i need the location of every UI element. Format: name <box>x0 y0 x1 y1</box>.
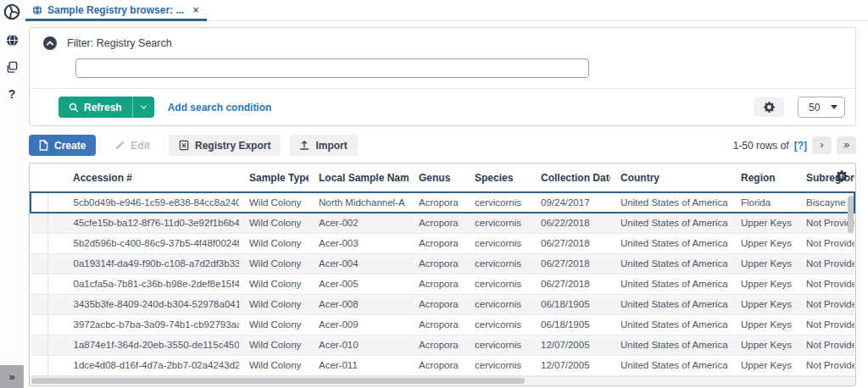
table-toolbar: Create Edit Registry Export <box>29 135 856 156</box>
registry-export-button[interactable]: Registry Export <box>169 135 281 156</box>
document-icon <box>39 140 48 151</box>
page-size-value: 50 <box>809 102 820 114</box>
pencil-icon <box>114 141 125 151</box>
column-header-collection-date[interactable]: Collection Date <box>531 164 610 192</box>
filter-panel: Filter: Registry Search Refresh <box>29 27 856 126</box>
column-header-accession[interactable]: Accession # <box>47 164 239 192</box>
add-search-condition-link[interactable]: Add search condition <box>168 102 272 114</box>
help-glyph: ? <box>8 87 16 101</box>
total-count-link[interactable]: [?] <box>794 140 807 152</box>
create-button[interactable]: Create <box>29 135 96 156</box>
cell-species: cervicornis <box>465 355 531 375</box>
cell-collection-date: 06/18/1905 <box>531 314 610 335</box>
cell-local-sample-name: Acer-011 <box>309 355 409 375</box>
cell-species: cervicornis <box>465 192 531 213</box>
create-label: Create <box>54 140 86 152</box>
column-settings-gear-icon[interactable] <box>836 170 848 182</box>
page-size-select[interactable]: 50 <box>798 97 845 118</box>
row-selector-cell <box>31 213 47 233</box>
cell-collection-date: 06/22/2018 <box>531 213 610 233</box>
table-row[interactable]: 0a19314f-da49-f90b-c108-a7d2df3b3305 Wil… <box>31 253 854 274</box>
table-row[interactable]: 5b2d596b-c400-86c9-37b5-4f48f0024f77 Wil… <box>31 233 854 253</box>
cell-sample-type: Wild Colony <box>239 233 309 253</box>
cell-country: United States of America <box>610 314 731 335</box>
row-selector-cell <box>31 233 47 253</box>
tab-close-icon[interactable]: × <box>192 4 198 16</box>
cell-region: Florida <box>731 192 796 213</box>
cell-accession: 45cfe15b-ba12-8f76-11d0-3e92f1b6b43f <box>47 213 239 233</box>
cell-accession: 1a874e1f-364d-20eb-3550-de115c45069c <box>47 335 239 355</box>
table-row[interactable]: 3435b3fe-8409-240d-b304-52978a041d6a Wil… <box>31 294 854 314</box>
expand-glyph: » <box>8 370 14 383</box>
registry-search-input[interactable] <box>75 58 589 78</box>
table-row[interactable]: 0a1cfa5a-7b81-c36b-b98e-2def8e15f437 Wil… <box>31 274 854 294</box>
cell-subregion: Not Provided <box>796 314 854 335</box>
search-icon <box>69 103 79 113</box>
cell-local-sample-name: North Midchannel-A <box>309 192 409 213</box>
cell-local-sample-name: Acer-005 <box>309 274 409 294</box>
edit-button[interactable]: Edit <box>104 135 160 156</box>
import-label: Import <box>315 140 347 152</box>
cell-genus: Acropora <box>409 335 465 355</box>
column-header-genus[interactable]: Genus <box>409 164 465 192</box>
column-header-species[interactable]: Species <box>465 164 531 192</box>
table-row[interactable]: 3972acbc-b7ba-3a09-74b1-cb92793aa8f8 Wil… <box>31 314 854 335</box>
column-header-region[interactable]: Region <box>731 164 796 192</box>
cell-subregion: Not Provided <box>796 274 854 294</box>
selector-column-header <box>31 164 47 192</box>
copy-icon[interactable] <box>4 59 19 75</box>
import-button[interactable]: Import <box>289 135 357 156</box>
column-header-local-sample-name[interactable]: Local Sample Name <box>309 164 409 192</box>
table-row[interactable]: 5cb0d49b-e946-1c59-e838-84cc8a240d71 Wil… <box>31 192 854 213</box>
filter-settings-button[interactable] <box>754 97 784 117</box>
edit-label: Edit <box>131 140 150 152</box>
table-row[interactable]: 1dce4d08-d16f-4d7a-2bb7-02a4243d21b3 Wil… <box>31 355 854 375</box>
rows-count-text: 1-50 rows of <box>733 140 789 152</box>
table-header-row: Accession # Sample Type Local Sample Nam… <box>31 164 854 192</box>
collapse-filter-icon[interactable] <box>43 36 57 50</box>
help-icon[interactable]: ? <box>4 86 19 102</box>
cell-accession: 5b2d596b-c400-86c9-37b5-4f48f0024f77 <box>47 233 239 253</box>
cell-region: Upper Keys <box>731 213 796 233</box>
cell-region: Upper Keys <box>731 355 796 375</box>
table-row[interactable]: 1a874e1f-364d-20eb-3550-de115c45069c Wil… <box>31 335 854 355</box>
tab-globe-icon <box>32 5 42 15</box>
horizontal-scrollbar-thumb[interactable] <box>31 378 525 384</box>
column-header-sample-type[interactable]: Sample Type <box>239 164 309 192</box>
cell-genus: Acropora <box>409 233 465 253</box>
globe-icon[interactable] <box>4 32 19 47</box>
sidebar-expand-button[interactable]: » <box>0 365 24 388</box>
cell-country: United States of America <box>610 233 731 253</box>
cell-species: cervicornis <box>465 213 531 233</box>
column-header-country[interactable]: Country <box>610 164 731 192</box>
tab-strip: Sample Registry browser: ... × <box>24 0 868 21</box>
cell-subregion: Not Provided <box>796 233 854 253</box>
vertical-scrollbar[interactable] <box>848 196 854 233</box>
chevron-down-icon <box>831 105 837 109</box>
cell-region: Upper Keys <box>731 294 796 314</box>
upload-icon <box>299 140 309 151</box>
cell-collection-date: 06/18/1905 <box>531 294 610 314</box>
tab-sample-registry-browser[interactable]: Sample Registry browser: ... × <box>25 0 207 20</box>
refresh-button[interactable]: Refresh <box>58 97 154 118</box>
pagination: 1-50 rows of [?] › » <box>733 136 856 154</box>
cell-species: cervicornis <box>465 294 531 314</box>
cell-local-sample-name: Acer-008 <box>309 294 409 314</box>
horizontal-scrollbar-track[interactable] <box>30 376 855 385</box>
cell-sample-type: Wild Colony <box>239 335 309 355</box>
column-header-subregion[interactable]: Subregion <box>796 164 854 192</box>
app-logo-icon[interactable] <box>3 3 20 20</box>
last-page-button[interactable]: » <box>837 136 856 154</box>
cell-subregion: Not Provided <box>796 213 854 233</box>
row-selector-cell <box>31 192 47 213</box>
tab-title: Sample Registry browser: ... <box>47 4 184 16</box>
cell-country: United States of America <box>610 274 731 294</box>
table-row[interactable]: 45cfe15b-ba12-8f76-11d0-3e92f1b6b43f Wil… <box>31 213 854 233</box>
cell-local-sample-name: Acer-010 <box>309 335 409 355</box>
cell-region: Upper Keys <box>731 253 796 274</box>
refresh-dropdown-toggle[interactable] <box>132 97 154 118</box>
cell-region: Upper Keys <box>731 335 796 355</box>
cell-subregion: Not Provided <box>796 294 854 314</box>
next-page-button[interactable]: › <box>812 136 832 154</box>
tab-active-underline <box>25 19 207 21</box>
